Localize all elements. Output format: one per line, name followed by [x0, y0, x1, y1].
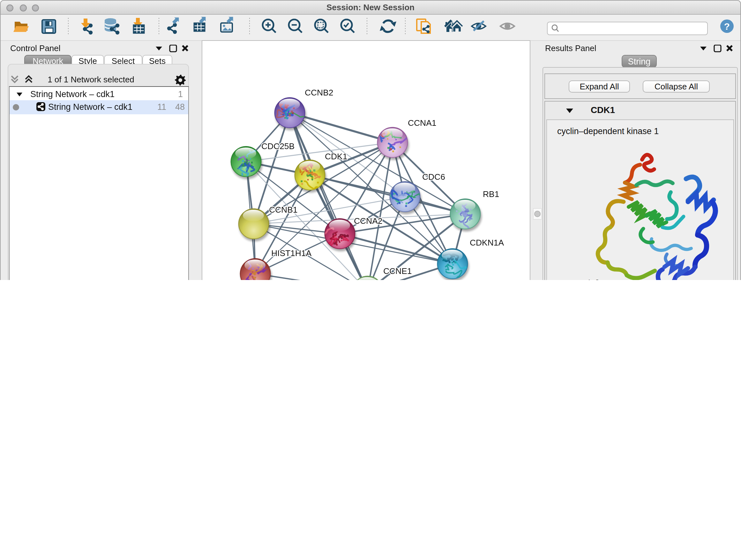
svg-text:RB1: RB1 — [482, 189, 499, 199]
svg-text:CCNA2: CCNA2 — [354, 216, 382, 226]
svg-text:CCNE1: CCNE1 — [383, 266, 411, 276]
svg-text:CDK1: CDK1 — [325, 152, 347, 161]
svg-text:CCNB2: CCNB2 — [305, 88, 333, 98]
svg-text:CDC25B: CDC25B — [261, 141, 294, 151]
svg-text:CDC6: CDC6 — [422, 172, 445, 182]
svg-text:CCNA1: CCNA1 — [408, 118, 436, 128]
svg-text:HIST1H1A: HIST1H1A — [271, 248, 312, 258]
svg-text:?: ? — [724, 21, 730, 32]
svg-text:CDKN1A: CDKN1A — [469, 238, 503, 247]
svg-text:CCNB1: CCNB1 — [269, 205, 297, 214]
